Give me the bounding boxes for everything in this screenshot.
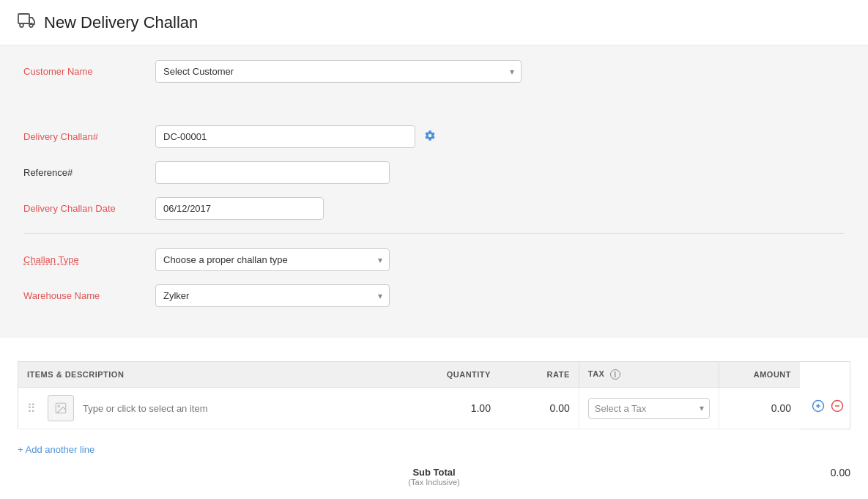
add-line-button[interactable]: + Add another line — [18, 438, 94, 461]
col-header-amount: AMOUNT — [719, 362, 800, 388]
reference-row: Reference# — [23, 161, 845, 184]
table-section: ITEMS & DESCRIPTION QUANTITY RATE TAX i … — [0, 338, 868, 435]
challan-type-select-wrapper: Choose a proper challan type — [155, 248, 390, 271]
customer-row: Customer Name Select Customer — [23, 60, 845, 83]
challan-num-label: Delivery Challan# — [23, 131, 155, 142]
warehouse-row: Warehouse Name Zylker — [23, 284, 845, 307]
add-row-button[interactable] — [810, 398, 826, 418]
customer-select[interactable]: Select Customer — [155, 60, 522, 83]
customer-select-wrapper: Select Customer — [155, 60, 522, 83]
rate-cell: 0.00 — [500, 388, 579, 429]
middle-section: Delivery Challan# Reference# Delivery Ch… — [0, 111, 868, 338]
qty-cell: 1.00 — [403, 388, 500, 429]
drag-handle[interactable]: ⠿ — [27, 402, 36, 415]
table-header-row: ITEMS & DESCRIPTION QUANTITY RATE TAX i … — [18, 362, 850, 388]
challan-num-input[interactable] — [155, 125, 415, 148]
tax-info-icon[interactable]: i — [610, 369, 620, 380]
subtotal-center: Sub Total (Tax Inclusive) — [408, 467, 459, 487]
customer-label: Customer Name — [23, 66, 155, 77]
subtotal-tax-note: (Tax Inclusive) — [408, 478, 459, 487]
date-row: Delivery Challan Date — [23, 197, 845, 220]
challan-type-label: Challan Type — [23, 254, 155, 265]
amount-value: 0.00 — [771, 402, 791, 414]
warehouse-label: Warehouse Name — [23, 290, 155, 301]
items-table: ITEMS & DESCRIPTION QUANTITY RATE TAX i … — [18, 361, 850, 429]
bottom-area: + Add another line Sub Total (Tax Inclus… — [0, 435, 868, 499]
item-placeholder-container: ⠿ — [27, 395, 394, 421]
subtotal-value: 0.00 — [460, 467, 850, 478]
page-title: New Delivery Challan — [44, 13, 198, 32]
warehouse-select-wrapper: Zylker — [155, 284, 390, 307]
col-header-tax: TAX i — [579, 362, 719, 388]
customer-section: Customer Name Select Customer — [0, 45, 868, 111]
col-header-rate: RATE — [500, 362, 579, 388]
col-header-item: ITEMS & DESCRIPTION — [18, 362, 404, 388]
date-input[interactable] — [155, 197, 324, 220]
tax-select[interactable]: Select a Tax — [588, 398, 711, 419]
page-header: New Delivery Challan — [0, 0, 868, 45]
challan-type-select[interactable]: Choose a proper challan type — [155, 248, 390, 271]
row-actions — [804, 398, 845, 418]
item-cell: ⠿ — [18, 388, 404, 429]
reference-label: Reference# — [23, 167, 155, 178]
subtotal-area: Sub Total (Tax Inclusive) 0.00 — [18, 461, 850, 487]
svg-point-4 — [58, 405, 59, 407]
remove-row-button[interactable] — [829, 398, 845, 418]
col-header-qty: QUANTITY — [403, 362, 500, 388]
row-action-cell — [800, 388, 850, 429]
tax-cell: Select a Tax — [579, 388, 719, 429]
gear-button[interactable] — [421, 127, 439, 147]
svg-rect-0 — [18, 14, 29, 23]
subtotal-label: Sub Total — [408, 467, 459, 478]
tax-select-wrapper: Select a Tax — [588, 398, 711, 419]
reference-input[interactable] — [155, 161, 390, 184]
amount-cell: 0.00 — [719, 388, 800, 429]
item-search-input[interactable] — [83, 403, 394, 414]
qty-value: 1.00 — [471, 402, 491, 414]
table-row: ⠿ 1.00 — [18, 388, 850, 429]
delivery-truck-icon — [18, 12, 35, 33]
rate-value: 0.00 — [549, 402, 569, 414]
svg-point-1 — [20, 23, 23, 27]
challan-type-row: Challan Type Choose a proper challan typ… — [23, 248, 845, 271]
item-thumbnail — [48, 395, 74, 421]
challan-num-row: Delivery Challan# — [23, 125, 845, 148]
date-label: Delivery Challan Date — [23, 203, 155, 214]
warehouse-select[interactable]: Zylker — [155, 284, 390, 307]
svg-point-2 — [29, 23, 33, 27]
